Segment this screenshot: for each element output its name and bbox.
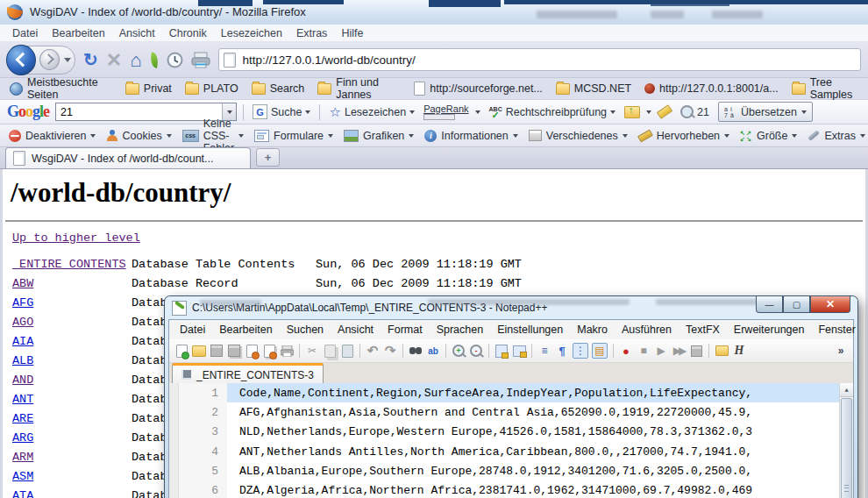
scroll-up-arrow[interactable]: ▲ <box>840 383 853 397</box>
user-define-dialog-button[interactable]: ▤ <box>592 343 608 359</box>
macro-stop-button[interactable]: ■ <box>637 344 651 358</box>
google-bookmarks-button[interactable]: ☆Lesezeichen <box>326 104 417 120</box>
forward-button[interactable] <box>39 49 60 70</box>
close-all-button[interactable] <box>262 344 276 358</box>
find-button[interactable] <box>409 344 423 358</box>
minimize-button[interactable]: — <box>756 296 783 313</box>
new-file-button[interactable] <box>174 344 189 358</box>
menu-bearbeiten[interactable]: Bearbeiten <box>45 27 111 39</box>
bookmark-folder-plato[interactable]: PLATO <box>181 82 243 95</box>
entry-link[interactable]: AGO <box>12 316 33 329</box>
copy-button[interactable] <box>323 344 337 358</box>
google-search-button[interactable]: GSuche <box>250 104 313 119</box>
home-button[interactable]: ⌂ <box>130 51 141 69</box>
paste-button[interactable] <box>340 344 354 358</box>
folder-upload-icon[interactable] <box>624 106 640 118</box>
history-clock-icon[interactable] <box>167 52 183 68</box>
save-button[interactable] <box>210 344 224 358</box>
history-dropdown-icon[interactable] <box>64 58 71 62</box>
up-link[interactable]: Up to higher level <box>12 231 140 245</box>
close-button[interactable]: ✕ <box>810 296 850 313</box>
npp-menu-textfx[interactable]: TextFX <box>679 324 727 336</box>
replace-button[interactable]: ab <box>426 344 440 358</box>
sync-horizontal-button[interactable] <box>512 344 526 358</box>
print-button[interactable] <box>191 52 210 68</box>
macro-record-button[interactable]: ● <box>619 344 633 358</box>
entry-link[interactable]: ATA <box>12 489 33 498</box>
zoom-out-button[interactable]: - <box>469 344 483 358</box>
undo-button[interactable]: ↶ <box>366 344 380 358</box>
macro-save-button[interactable] <box>689 344 703 358</box>
open-file-button[interactable] <box>192 344 206 358</box>
menu-hilfe[interactable]: Hilfe <box>334 27 370 39</box>
new-tab-button[interactable]: + <box>256 148 280 167</box>
webdev-grafiken[interactable]: Grafiken <box>340 130 417 142</box>
npp-menu-fenster[interactable]: Fenster <box>811 324 862 336</box>
notepad-titlebar[interactable]: C:\Users\Martin\AppData\Local\Temp\_ENTI… <box>165 296 857 319</box>
bookmark-folder-finn-und-jannes[interactable]: Finn und Jannes <box>313 76 405 101</box>
entry-link[interactable]: AFG <box>12 296 33 309</box>
url-bar[interactable] <box>218 48 862 71</box>
webdev-informationen[interactable]: iInformationen <box>421 130 521 142</box>
scrollbar-thumb[interactable] <box>841 398 852 498</box>
entry-link[interactable]: ANT <box>12 393 33 406</box>
close-file-button[interactable] <box>245 344 259 358</box>
url-input[interactable] <box>241 53 850 68</box>
cut-button[interactable]: ✂ <box>305 344 319 358</box>
menu-extras[interactable]: Extras <box>289 27 334 39</box>
menu-datei[interactable]: Datei <box>5 27 45 39</box>
entry-link[interactable]: ARM <box>12 451 33 464</box>
entry-link[interactable]: AIA <box>12 335 33 348</box>
webdev-verschiedenes[interactable]: Verschiedenes <box>525 130 631 142</box>
document-tab[interactable]: _ENTIRE_CONTENTS-3 <box>172 363 324 384</box>
entry-link[interactable]: ARG <box>12 431 33 445</box>
zoom-in-button[interactable]: + <box>452 344 466 358</box>
entry-link[interactable]: _ENTIRE_CONTENTS <box>12 258 126 271</box>
entry-link[interactable]: AND <box>12 374 33 387</box>
bookmark-sourceforge[interactable]: http://sourceforge.net... <box>409 82 547 96</box>
firefox-titlebar[interactable]: WsgiDAV - Index of /world-db/country/ - … <box>0 0 868 25</box>
chevron-down-icon[interactable] <box>646 110 651 114</box>
stop-button[interactable]: ✕ <box>106 51 122 69</box>
entry-link[interactable]: ASM <box>12 470 33 483</box>
webdev-hervorheben[interactable]: Hervorheben <box>635 130 733 142</box>
show-all-characters-button[interactable]: ¶ <box>555 344 569 358</box>
entry-link[interactable]: ARE <box>12 412 33 425</box>
npp-menu-erweiterungen[interactable]: Erweiterungen <box>727 324 812 336</box>
sync-vertical-button[interactable] <box>494 344 509 358</box>
npp-menu-einstellungen[interactable]: Einstellungen <box>490 324 570 336</box>
word-find-button[interactable]: 21 <box>678 105 712 118</box>
spellcheck-button[interactable]: ABC✓Rechtschreibprüfung <box>487 106 619 118</box>
maximize-button[interactable]: ▢ <box>783 296 810 313</box>
npp-menu-suchen[interactable]: Suchen <box>280 324 331 336</box>
chevron-down-icon[interactable] <box>475 110 480 114</box>
macro-play-button[interactable]: ▶ <box>654 344 668 358</box>
print-button[interactable] <box>280 344 294 358</box>
save-all-button[interactable] <box>227 344 241 358</box>
highlighter-icon[interactable] <box>657 104 672 119</box>
editor[interactable]: 1Code,Name,Continent,Region,SurfaceArea,… <box>169 383 853 498</box>
npp-menu-help[interactable]: ? <box>863 324 868 336</box>
pagerank-button[interactable]: PageRank <box>423 104 468 120</box>
vertical-scrollbar[interactable]: ▲ <box>839 383 853 498</box>
npp-menu-makro[interactable]: Makro <box>570 324 615 336</box>
leaf-extension-icon[interactable] <box>148 52 160 68</box>
npp-menu-bearbeiten[interactable]: Bearbeiten <box>212 324 279 336</box>
bookmark-folder-tree-samples[interactable]: Tree Samples <box>787 76 868 101</box>
function-folder-button[interactable] <box>715 344 729 358</box>
menu-chronik[interactable]: Chronik <box>162 27 214 39</box>
entry-link[interactable]: ALB <box>12 354 33 367</box>
tab-wsgidav[interactable]: WsgiDAV - Index of /world-db/count... <box>5 147 251 168</box>
redo-button[interactable]: ↷ <box>383 344 397 358</box>
macro-run-multiple-button[interactable]: ▶▶ <box>672 344 686 358</box>
toolbar-overflow-chevron[interactable]: » <box>834 344 848 358</box>
npp-menu-format[interactable]: Format <box>381 324 430 336</box>
bookmark-folder-search[interactable]: Search <box>247 82 309 95</box>
reload-button[interactable]: ↻ <box>83 51 98 69</box>
indent-guide-button[interactable]: ⋮ <box>573 343 588 359</box>
translate-button[interactable]: aí7äÜbersetzen <box>718 102 813 122</box>
npp-menu-datei[interactable]: Datei <box>173 324 212 336</box>
webdev-cookies[interactable]: Cookies <box>103 130 174 142</box>
webdev-formulare[interactable]: Formulare <box>251 130 337 142</box>
npp-menu-sprachen[interactable]: Sprachen <box>430 324 491 336</box>
